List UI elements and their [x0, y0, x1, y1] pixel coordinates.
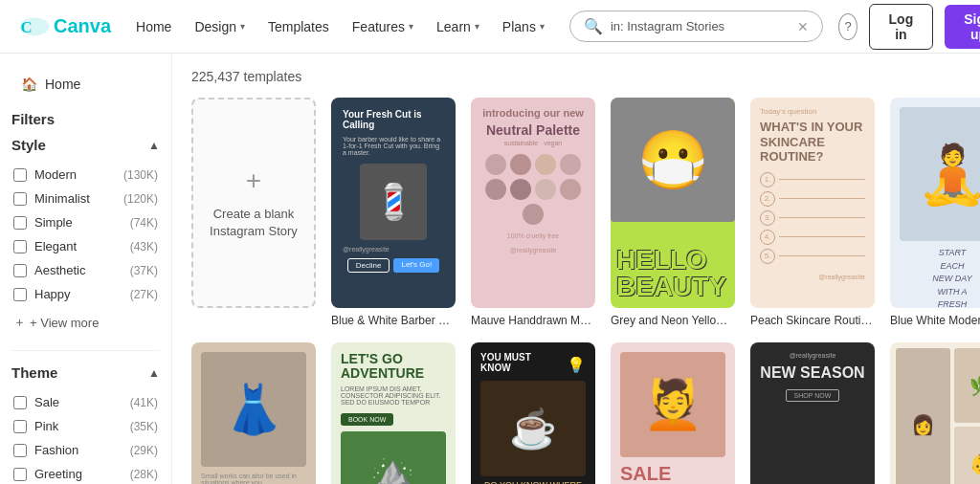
nav-plans[interactable]: Plans ▾	[493, 13, 554, 40]
template-thumb-newseason: @reallygreasite NEW SEASON SHOP NOW	[750, 342, 875, 484]
filter-modern-checkbox[interactable]	[13, 168, 27, 182]
template-thumb-collage: 👩 🌿 👶	[890, 342, 980, 484]
filter-elegant[interactable]: Elegant (43K)	[11, 234, 160, 258]
nav-templates[interactable]: Templates	[258, 13, 339, 40]
template-thumb-barber: Your Fresh Cut is Calling Your barber wo…	[331, 98, 456, 308]
login-button[interactable]: Log in	[869, 4, 933, 50]
chevron-down-icon: ▾	[475, 21, 479, 32]
bw-person-image: 🧘	[900, 107, 980, 241]
search-icon: 🔍	[584, 17, 603, 35]
template-thumb-coffee: YOU MUST KNOW 💡 ☕ DO YOU KNOW WHERE COFF…	[471, 342, 595, 484]
template-name-barber: Blue & White Barber Pho...	[331, 314, 456, 327]
template-name-mauve: Mauve Handdrawn Mak...	[471, 314, 595, 327]
template-peach[interactable]: Today's question WHAT'S IN YOUR SKINCARE…	[750, 98, 875, 327]
canva-logo[interactable]: C Canva	[19, 15, 111, 37]
template-name-peach: Peach Skincare Routine ...	[750, 314, 875, 327]
template-thumb-greyneon: 😷 HELLO BEAUTY	[611, 98, 735, 308]
collapse-theme-icon[interactable]: ▲	[148, 366, 160, 380]
home-icon: 🏠	[21, 77, 37, 92]
chevron-down-icon: ▾	[409, 21, 413, 32]
collapse-style-icon[interactable]: ▲	[148, 139, 160, 152]
template-coffee[interactable]: YOU MUST KNOW 💡 ☕ DO YOU KNOW WHERE COFF…	[471, 342, 595, 484]
template-adventure[interactable]: LET'S GO ADVENTURE LOREM IPSUM DIS AMET,…	[331, 342, 456, 484]
filter-greeting-checkbox[interactable]	[13, 468, 27, 481]
theme-section-title: Theme ▲	[11, 364, 160, 381]
nav-learn[interactable]: Learn ▾	[427, 13, 489, 40]
template-name-bluewhite: Blue White Modern Mini...	[890, 314, 980, 327]
header: C Canva Home Design ▾ Templates Features…	[0, 0, 980, 54]
view-more-style[interactable]: ＋ + View more	[11, 308, 160, 337]
fashion-person: 👗	[201, 352, 306, 467]
filter-aesthetic[interactable]: Aesthetic (37K)	[11, 258, 160, 282]
search-bar[interactable]: 🔍 in: Instagram Stories ✕	[569, 11, 823, 42]
filter-simple-checkbox[interactable]	[13, 216, 27, 230]
face-image: 😷	[611, 98, 735, 222]
filter-greeting[interactable]: Greeting (28K)	[11, 462, 160, 484]
plus-icon: +	[246, 165, 261, 196]
clear-search-icon[interactable]: ✕	[797, 19, 809, 34]
template-collage[interactable]: 👩 🌿 👶	[890, 342, 980, 484]
plus-icon: ＋	[13, 314, 26, 331]
search-filter-tag: in: Instagram Stories	[611, 19, 724, 33]
nav-design[interactable]: Design ▾	[185, 13, 255, 40]
template-thumb-beauty2: 💆 SALE	[611, 342, 735, 484]
beauty2-image: 💆	[620, 352, 725, 457]
filter-modern[interactable]: Modern (130K)	[11, 163, 160, 187]
filter-fashion[interactable]: Fashion (29K)	[11, 438, 160, 462]
coffee-image: ☕	[480, 381, 586, 476]
filter-minimalist-checkbox[interactable]	[13, 192, 27, 206]
create-blank-area[interactable]: + Create a blank Instagram Story	[191, 98, 316, 308]
template-name-greyneon: Grey and Neon Yellow B...	[611, 314, 735, 327]
filter-sale-checkbox[interactable]	[13, 396, 27, 409]
create-blank-text: Create a blank Instagram Story	[210, 206, 298, 240]
template-thumb-fashion: 👗 Small works can also be used in situat…	[191, 342, 316, 484]
style-filter-list: Modern (130K) Minimalist (120K) Simple (…	[11, 163, 160, 306]
filter-pink-checkbox[interactable]	[13, 420, 27, 433]
template-newseason[interactable]: @reallygreasite NEW SEASON SHOP NOW	[750, 342, 875, 484]
nav-features[interactable]: Features ▾	[343, 13, 423, 40]
filter-fashion-checkbox[interactable]	[13, 444, 27, 457]
main-content: 225,437 templates + Create a blank Insta…	[172, 54, 980, 484]
mauve-palette-dots	[480, 154, 586, 225]
templates-grid: + Create a blank Instagram Story Your Fr…	[191, 98, 961, 484]
filter-happy[interactable]: Happy (27K)	[11, 282, 160, 306]
filter-aesthetic-checkbox[interactable]	[13, 264, 27, 277]
template-thumb-bluewhite: 🧘 STARTEACHNEW DAYWITH AFRESHFOCUS	[890, 98, 980, 308]
chevron-down-icon: ▾	[540, 21, 545, 32]
template-thumb-peach: Today's question WHAT'S IN YOUR SKINCARE…	[750, 98, 875, 308]
template-beauty2[interactable]: 💆 SALE	[611, 342, 735, 484]
main-nav: Home Design ▾ Templates Features ▾ Learn…	[126, 13, 554, 40]
chevron-down-icon: ▾	[240, 21, 245, 32]
filter-sale[interactable]: Sale (41K)	[11, 390, 160, 414]
barber-photo: 💈	[360, 164, 427, 240]
sidebar-home[interactable]: 🏠 Home	[11, 69, 160, 99]
sidebar: 🏠 Home Filters Style ▲ Modern (130K) Min…	[0, 54, 172, 484]
style-section-title: Style ▲	[11, 137, 160, 153]
signup-button[interactable]: Sign up	[945, 5, 980, 49]
svg-text:C: C	[21, 17, 33, 35]
collage-grid: 👩 🌿 👶	[896, 348, 980, 484]
app-layout: 🏠 Home Filters Style ▲ Modern (130K) Min…	[0, 54, 980, 484]
filter-pink[interactable]: Pink (35K)	[11, 414, 160, 438]
template-barber[interactable]: Your Fresh Cut is Calling Your barber wo…	[331, 98, 456, 327]
filter-minimalist[interactable]: Minimalist (120K)	[11, 187, 160, 210]
filter-elegant-checkbox[interactable]	[13, 240, 27, 253]
template-greyneon[interactable]: 😷 HELLO BEAUTY Grey and Neon Yellow B...	[611, 98, 735, 327]
help-button[interactable]: ?	[838, 13, 858, 40]
header-right: ? Log in Sign up	[838, 4, 980, 50]
home-label: Home	[45, 77, 80, 92]
template-mauve[interactable]: introducing our new Neutral Palette sust…	[471, 98, 595, 327]
template-fashion[interactable]: 👗 Small works can also be used in situat…	[191, 342, 316, 484]
template-count: 225,437 templates	[191, 69, 961, 84]
search-input[interactable]	[732, 19, 790, 34]
filters-title: Filters	[11, 111, 160, 127]
template-thumb-adventure: LET'S GO ADVENTURE LOREM IPSUM DIS AMET,…	[331, 342, 456, 484]
nav-home[interactable]: Home	[126, 13, 181, 40]
logo-text: Canva	[54, 15, 111, 37]
filter-simple[interactable]: Simple (74K)	[11, 210, 160, 234]
filter-happy-checkbox[interactable]	[13, 288, 27, 301]
template-bluewhite[interactable]: 🧘 STARTEACHNEW DAYWITH AFRESHFOCUS Blue …	[890, 98, 980, 327]
theme-filter-list: Sale (41K) Pink (35K) Fashion (29K) Gree…	[11, 390, 160, 484]
template-thumb-mauve: introducing our new Neutral Palette sust…	[471, 98, 595, 308]
create-blank-card[interactable]: + Create a blank Instagram Story	[191, 98, 316, 327]
